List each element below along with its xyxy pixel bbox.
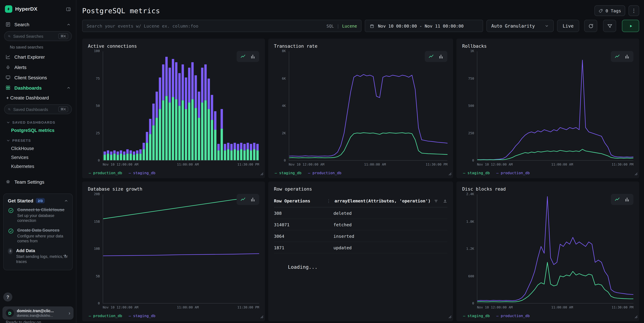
table-row[interactable]: 1871updated xyxy=(274,242,448,254)
x-tick-label: Nov 10 12:00:00 AM xyxy=(477,163,513,166)
step-connect-clickhouse[interactable]: Connect to ClickHouse Set up your databa… xyxy=(8,207,68,224)
bar-chart-icon[interactable] xyxy=(624,197,630,202)
column-header[interactable]: Row Operations xyxy=(274,198,326,203)
legend-entry[interactable]: — production_db xyxy=(89,314,122,318)
chevron-right-icon: › xyxy=(69,310,70,316)
x-axis-labels: Nov 10 12:00:00 AM11:00:00 AM11:30:00 PM xyxy=(103,304,259,309)
legend-entry[interactable]: — production_db xyxy=(308,171,341,175)
saved-searches-search[interactable]: ⌘K xyxy=(4,31,72,41)
x-axis-labels: Nov 10 12:00:00 AM11:00:00 AM11:30:00 PM xyxy=(103,161,259,166)
y-axis-labels: 05B10B15B20B xyxy=(88,194,103,304)
line-chart-icon[interactable] xyxy=(428,54,434,59)
lucene-toggle[interactable]: Lucene xyxy=(342,24,357,28)
sidebar-item-chart-explorer[interactable]: Chart Explorer xyxy=(0,52,76,62)
filter-button[interactable] xyxy=(603,20,616,32)
chevron-down-icon xyxy=(6,138,10,142)
group-saved-dashboards[interactable]: SAVED DASHBOARDS xyxy=(0,117,76,126)
chevron-up-icon xyxy=(66,86,70,90)
saved-dashboards-input[interactable] xyxy=(13,107,56,112)
bar-chart-icon[interactable] xyxy=(250,54,256,59)
sidebar-preset-kubernetes[interactable]: Kubernetes xyxy=(0,162,76,171)
table-row[interactable]: 3064inserted xyxy=(274,230,448,242)
avatar: D xyxy=(6,309,14,317)
sql-toggle[interactable]: SQL xyxy=(326,24,334,28)
chart-title: Database size growth xyxy=(88,186,259,192)
sidebar-item-client-sessions[interactable]: Client Sessions xyxy=(0,72,76,83)
line-chart-icon[interactable] xyxy=(614,197,620,202)
event-search-box[interactable]: SQL | Lucene xyxy=(82,20,362,32)
plot-area xyxy=(103,52,259,161)
resize-handle[interactable] xyxy=(448,169,452,177)
y-tick-label: 100 xyxy=(94,50,100,53)
chart-legend: — staging_db— production_db xyxy=(462,309,633,319)
shortcut-badge: ⌘K xyxy=(58,33,68,39)
resize-handle[interactable] xyxy=(634,312,638,320)
bar-chart-icon[interactable] xyxy=(250,197,256,202)
chart: 06001.2K1.8K2.4K Nov 10 12:00:00 AM11:00… xyxy=(462,194,633,319)
step-subtitle: Configure where your data comes from xyxy=(17,234,68,244)
step-subtitle: Set up your database connection xyxy=(17,213,68,224)
resize-handle[interactable] xyxy=(634,169,638,177)
chart-type-toggle xyxy=(236,51,259,62)
plot-area xyxy=(103,194,259,304)
x-tick-label: 11:30:00 PM xyxy=(238,163,259,166)
sidebar-dashboard-postgresql[interactable]: PostgreSQL metrics xyxy=(0,126,76,134)
kebab-menu-button[interactable]: ⋮ xyxy=(628,6,639,16)
chevron-up-icon[interactable] xyxy=(64,198,68,202)
date-range-picker[interactable]: Nov 10 00:00:00 - Nov 11 00:00:00 xyxy=(365,20,483,32)
bar-chart-icon[interactable] xyxy=(438,54,444,59)
sidebar-item-dashboards[interactable]: Dashboards xyxy=(0,82,76,93)
legend-entry[interactable]: — production_db xyxy=(496,314,530,318)
legend-entry[interactable]: — staging_db xyxy=(463,314,490,318)
sidebar-item-team-settings[interactable]: Team Settings xyxy=(0,176,76,187)
table-cell: inserted xyxy=(334,234,448,238)
step-create-data-sources[interactable]: Create Data Sources Configure where your… xyxy=(8,228,68,244)
legend-entry[interactable]: — staging_db xyxy=(129,171,156,175)
resize-handle[interactable] xyxy=(260,169,263,177)
sidebar-collapse-icon[interactable] xyxy=(66,6,71,12)
column-header[interactable]: arrayElement(Attributes, 'operation') xyxy=(334,198,430,203)
filter-rows-icon[interactable] xyxy=(434,198,438,203)
column-resize-handle[interactable]: ⋮ xyxy=(326,198,331,203)
legend-entry[interactable]: — production_db xyxy=(89,171,122,175)
x-axis-labels: Nov 10 12:00:00 AM11:00:00 AM11:30:00 PM xyxy=(477,304,634,309)
help-button[interactable]: ? xyxy=(3,292,12,301)
create-dashboard-button[interactable]: + Create Dashboard xyxy=(0,93,76,103)
live-button[interactable]: Live xyxy=(557,20,579,32)
step-add-data[interactable]: 3 Add Data Start sending logs, metrics, … xyxy=(8,248,68,264)
resize-handle[interactable] xyxy=(448,312,452,320)
sidebar-preset-services[interactable]: Services xyxy=(0,153,76,162)
plot-area xyxy=(477,52,634,161)
legend-entry[interactable]: — staging_db xyxy=(463,171,490,175)
saved-dashboards-search[interactable]: ⌘K xyxy=(4,104,72,114)
dashboards-grid-icon xyxy=(6,85,11,90)
chart-legend: — production_db— staging_db xyxy=(88,166,259,176)
legend-entry[interactable]: — staging_db xyxy=(275,171,302,175)
saved-searches-input[interactable] xyxy=(13,34,56,38)
legend-entry[interactable]: — production_db xyxy=(496,171,530,175)
tags-button[interactable]: 0 Tags xyxy=(594,6,625,16)
download-icon[interactable] xyxy=(443,198,448,203)
group-presets[interactable]: PRESETS xyxy=(0,135,76,144)
line-chart-icon[interactable] xyxy=(240,197,246,202)
refresh-icon xyxy=(588,23,594,28)
bar-chart-icon[interactable] xyxy=(624,54,630,59)
table-row[interactable]: 308deleted xyxy=(274,208,448,219)
user-menu[interactable]: D dominic.tran@clic... dominic.tran@clic… xyxy=(2,306,74,320)
resize-handle[interactable] xyxy=(260,312,263,320)
line-chart-icon[interactable] xyxy=(240,54,246,59)
event-search-input[interactable] xyxy=(87,23,323,28)
x-tick-label: 11:00:00 AM xyxy=(551,163,573,166)
granularity-select[interactable]: Auto Granularity xyxy=(486,20,554,32)
legend-entry[interactable]: — staging_db xyxy=(129,314,156,318)
step-title: Create Data Sources xyxy=(17,228,68,233)
nav-search-section[interactable]: Search xyxy=(0,19,76,30)
run-query-button[interactable] xyxy=(622,20,639,32)
table-row[interactable]: 314071fetched xyxy=(274,219,448,230)
sidebar-item-alerts[interactable]: Alerts xyxy=(0,62,76,72)
table-card-row-operations: Row operations Row Operations ⋮ arrayEle… xyxy=(268,182,453,321)
line-chart-icon[interactable] xyxy=(614,54,620,59)
refresh-button[interactable] xyxy=(584,20,597,32)
sidebar-preset-clickhouse[interactable]: ClickHouse xyxy=(0,144,76,153)
chart-title: Disc blocks read xyxy=(462,186,633,192)
